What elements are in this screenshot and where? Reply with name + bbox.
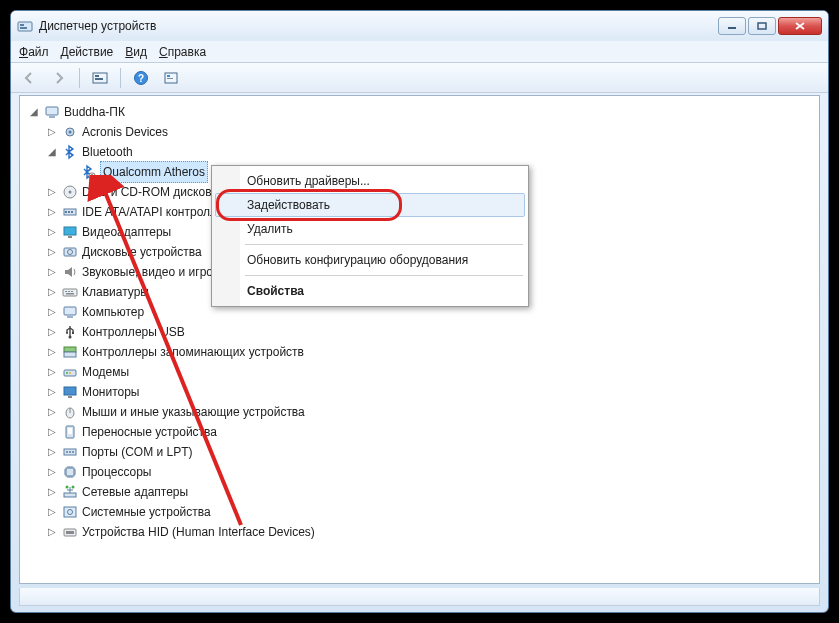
expand-icon[interactable]: ▷ xyxy=(46,486,58,498)
expand-icon[interactable]: ▷ xyxy=(46,446,58,458)
tree-item[interactable]: ▷Системные устройства xyxy=(24,502,815,522)
expand-icon[interactable]: ▷ xyxy=(46,466,58,478)
properties-button[interactable] xyxy=(159,66,183,90)
tree-child-label: Qualcomm Atheros xyxy=(100,161,208,183)
hid-icon xyxy=(62,524,78,540)
tree-item-label: Видеоадаптеры xyxy=(82,222,171,242)
tree-item[interactable]: ▷Порты (COM и LPT) xyxy=(24,442,815,462)
expand-icon[interactable]: ▷ xyxy=(46,526,58,538)
collapse-icon[interactable]: ◢ xyxy=(46,146,58,158)
menu-view[interactable]: Вид xyxy=(125,45,147,59)
cm-properties[interactable]: Свойства xyxy=(215,279,525,303)
svg-rect-31 xyxy=(71,291,73,292)
svg-rect-21 xyxy=(65,211,67,213)
expand-icon[interactable]: ▷ xyxy=(46,386,58,398)
svg-point-56 xyxy=(72,486,75,489)
toolbar-separator xyxy=(120,68,121,88)
tree-item-label: Дисковые устройства xyxy=(82,242,202,262)
svg-rect-39 xyxy=(64,352,76,357)
device-tree[interactable]: ◢ Buddha-ПК ▷Acronis Devices◢BluetoothQu… xyxy=(20,96,819,548)
tree-item[interactable]: ▷Мыши и иные указывающие устройства xyxy=(24,402,815,422)
tree-item-label: Устройства HID (Human Interface Devices) xyxy=(82,522,315,542)
expand-icon[interactable]: ▷ xyxy=(46,366,58,378)
tree-item[interactable]: ▷Модемы xyxy=(24,362,815,382)
tree-item-label: Клавиатуры xyxy=(82,282,149,302)
expand-icon[interactable]: ▷ xyxy=(46,326,58,338)
svg-rect-53 xyxy=(66,468,74,476)
expand-icon[interactable]: ▷ xyxy=(46,246,58,258)
tree-item[interactable]: ▷Контроллеры запоминающих устройств xyxy=(24,342,815,362)
cm-enable[interactable]: Задействовать xyxy=(215,193,525,217)
menu-action[interactable]: Действие xyxy=(61,45,114,59)
device-manager-window: Диспетчер устройств Файл Действие Вид Сп… xyxy=(10,10,829,613)
svg-rect-29 xyxy=(65,291,67,292)
cm-delete[interactable]: Удалить xyxy=(215,217,525,241)
tree-item-label: Мыши и иные указывающие устройства xyxy=(82,402,305,422)
mouse-icon xyxy=(62,404,78,420)
close-button[interactable] xyxy=(778,17,822,35)
tree-item[interactable]: ▷Мониторы xyxy=(24,382,815,402)
tree-item[interactable]: ▷Переносные устройства xyxy=(24,422,815,442)
bluetooth-disabled-icon xyxy=(80,164,96,180)
svg-rect-4 xyxy=(758,23,766,29)
cm-separator xyxy=(245,244,523,245)
expand-icon[interactable]: ▷ xyxy=(46,306,58,318)
tree-item[interactable]: ▷Acronis Devices xyxy=(24,122,815,142)
titlebar[interactable]: Диспетчер устройств xyxy=(11,11,828,41)
minimize-button[interactable] xyxy=(718,17,746,35)
show-hidden-button[interactable] xyxy=(88,66,112,90)
svg-text:?: ? xyxy=(138,73,144,84)
cm-update-drivers[interactable]: Обновить драйверы... xyxy=(215,169,525,193)
svg-rect-7 xyxy=(95,78,103,80)
expand-icon[interactable]: ▷ xyxy=(46,426,58,438)
svg-rect-12 xyxy=(167,78,173,79)
svg-rect-6 xyxy=(95,75,99,77)
tree-root[interactable]: ◢ Buddha-ПК xyxy=(24,102,815,122)
tree-item-label: Модемы xyxy=(82,362,129,382)
tree-item[interactable]: ▷Процессоры xyxy=(24,462,815,482)
svg-rect-24 xyxy=(64,227,76,235)
expand-icon[interactable]: ▷ xyxy=(46,506,58,518)
cm-delete-label: Удалить xyxy=(247,222,293,236)
svg-rect-30 xyxy=(68,291,70,292)
svg-rect-32 xyxy=(66,293,74,295)
tree-item[interactable]: ▷Сетевые адаптеры xyxy=(24,482,815,502)
tree-item-label: Переносные устройства xyxy=(82,422,217,442)
menu-help[interactable]: Справка xyxy=(159,45,206,59)
tree-item-label: Bluetooth xyxy=(82,142,133,162)
help-button[interactable]: ? xyxy=(129,66,153,90)
expand-icon[interactable]: ▷ xyxy=(46,226,58,238)
svg-rect-44 xyxy=(68,396,72,398)
expand-icon[interactable]: ▷ xyxy=(46,406,58,418)
expand-icon[interactable]: ▷ xyxy=(46,126,58,138)
svg-point-16 xyxy=(69,131,72,134)
expand-icon[interactable]: ▷ xyxy=(46,206,58,218)
cpu-icon xyxy=(62,464,78,480)
cm-separator xyxy=(245,275,523,276)
tree-item[interactable]: ◢Bluetooth xyxy=(24,142,815,162)
ide-icon xyxy=(62,204,78,220)
tree-item[interactable]: ▷Контроллеры USB xyxy=(24,322,815,342)
expand-icon[interactable]: ▷ xyxy=(46,266,58,278)
svg-rect-54 xyxy=(64,493,76,497)
maximize-button[interactable] xyxy=(748,17,776,35)
system-icon xyxy=(62,504,78,520)
expand-icon[interactable]: ▷ xyxy=(46,286,58,298)
svg-rect-13 xyxy=(46,107,58,115)
toolbar: ? xyxy=(11,63,828,93)
collapse-icon[interactable]: ◢ xyxy=(28,106,40,118)
window-title: Диспетчер устройств xyxy=(39,19,156,33)
expand-icon[interactable]: ▷ xyxy=(46,346,58,358)
tree-item-label: Контроллеры запоминающих устройств xyxy=(82,342,304,362)
network-icon xyxy=(62,484,78,500)
computer-icon xyxy=(44,104,60,120)
menu-file[interactable]: Файл xyxy=(19,45,49,59)
expand-icon[interactable]: ▷ xyxy=(46,186,58,198)
svg-rect-25 xyxy=(68,236,72,238)
cm-scan-hardware[interactable]: Обновить конфигурацию оборудования xyxy=(215,248,525,272)
tree-item[interactable]: ▷Устройства HID (Human Interface Devices… xyxy=(24,522,815,542)
monitor-icon xyxy=(62,384,78,400)
svg-point-19 xyxy=(69,191,72,194)
menubar: Файл Действие Вид Справка xyxy=(11,41,828,63)
svg-point-41 xyxy=(66,372,68,374)
